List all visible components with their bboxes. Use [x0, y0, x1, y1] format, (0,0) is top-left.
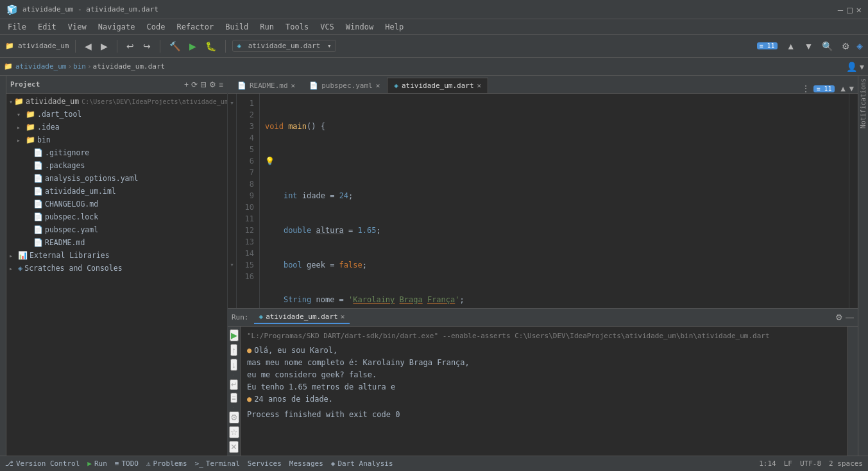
- toolbar-undo-btn[interactable]: ↩: [124, 40, 137, 53]
- run-status[interactable]: ▶ Run: [87, 459, 107, 468]
- tree-lock[interactable]: ▸ 📄 pubspec.lock: [6, 210, 227, 223]
- toolbar-search-btn[interactable]: 🔍: [819, 40, 835, 53]
- tree-idea[interactable]: ▸ 📁 .idea: [6, 121, 227, 133]
- menu-vcs[interactable]: VCS: [315, 21, 339, 33]
- problems-status[interactable]: ⚠ Problems: [146, 459, 187, 468]
- breadcrumb-file[interactable]: atividade_um.dart: [93, 62, 166, 71]
- bottom-settings-btn[interactable]: ⚙: [835, 313, 843, 322]
- iml-icon: 📄: [33, 187, 43, 196]
- tree-packages[interactable]: ▸ 📄 .packages: [6, 159, 227, 172]
- ln-4: 4: [239, 132, 254, 144]
- tab-main-close[interactable]: ✕: [477, 81, 482, 90]
- count-up[interactable]: ▲: [841, 84, 846, 93]
- terminal-status[interactable]: >_ Terminal: [195, 459, 240, 468]
- code-content[interactable]: void main() { 💡 int idade = 24; double a…: [260, 94, 849, 308]
- tree-bin[interactable]: ▸ 📁 bin: [6, 133, 227, 146]
- tab-pubspec[interactable]: 📄 pubspec.yaml ✕: [302, 78, 387, 93]
- toolbar-redo-btn[interactable]: ↪: [140, 40, 153, 53]
- analysis-icon: 📄: [33, 174, 43, 183]
- error-count-badge[interactable]: ≡ 11: [757, 42, 778, 49]
- tab-readme-close[interactable]: ✕: [291, 81, 296, 90]
- tree-external-libs[interactable]: ▸ 📊 External Libraries: [6, 249, 227, 262]
- toolbar-back-btn[interactable]: ◀: [82, 40, 94, 53]
- tree-readme[interactable]: ▸ 📄 README.md: [6, 236, 227, 249]
- toolbar-project-name: atividade_um: [18, 42, 69, 50]
- menu-help[interactable]: Help: [380, 21, 409, 33]
- toolbar-settings-btn[interactable]: ⚙: [839, 40, 853, 53]
- tree-changelog[interactable]: ▸ 📄 CHANGELOG.md: [6, 198, 227, 210]
- sidebar-sync-btn[interactable]: ⟳: [191, 80, 198, 89]
- menu-refactor[interactable]: Refactor: [171, 21, 219, 33]
- minimize-btn[interactable]: —: [838, 4, 843, 15]
- tree-iml[interactable]: ▸ 📄 atividade_um.iml: [6, 185, 227, 198]
- notifications-label[interactable]: Notifications: [860, 78, 867, 128]
- toolbar-forward-btn[interactable]: ▶: [98, 40, 110, 53]
- ln-10: 10: [239, 201, 254, 213]
- pubspec-icon: 📄: [33, 225, 43, 234]
- tab-readme[interactable]: 📄 README.md ✕: [230, 78, 302, 93]
- breadcrumb-bin[interactable]: bin: [73, 62, 86, 71]
- close-btn[interactable]: ✕: [856, 4, 862, 15]
- menu-code[interactable]: Code: [142, 21, 171, 33]
- vc-icon: ⎇: [5, 459, 13, 468]
- status-position[interactable]: 1:14: [759, 459, 776, 468]
- tab-bar-menu[interactable]: ⋮: [802, 84, 810, 93]
- menu-build[interactable]: Build: [220, 21, 253, 33]
- menu-navigate[interactable]: Navigate: [93, 21, 140, 33]
- sidebar-new-btn[interactable]: +: [184, 80, 189, 89]
- status-encoding[interactable]: UTF-8: [800, 459, 821, 468]
- menu-window[interactable]: Window: [341, 21, 379, 33]
- status-indent[interactable]: 2 spaces: [829, 459, 863, 468]
- run-config-selector[interactable]: ◈ atividade_um.dart ▾: [232, 40, 336, 52]
- console-wrap-btn[interactable]: ↵: [230, 379, 238, 390]
- tree-dart-tool[interactable]: ▾ 📁 .dart_tool: [6, 108, 227, 121]
- console-scroll-up[interactable]: ↑: [230, 344, 237, 356]
- status-lf[interactable]: LF: [784, 459, 792, 468]
- sidebar-collapse-btn[interactable]: ⊟: [200, 80, 207, 89]
- console-filter-btn[interactable]: ≡: [230, 393, 237, 403]
- tab-pubspec-close[interactable]: ✕: [376, 81, 380, 90]
- code-editor[interactable]: ▾ ▾ 1 2 3 4: [228, 94, 858, 308]
- toolbar-debug-btn[interactable]: 🐛: [203, 40, 219, 53]
- nav-profile-btn[interactable]: 👤 ▾: [846, 62, 864, 72]
- sidebar-settings-btn[interactable]: ⚙: [209, 80, 216, 89]
- sidebar-header: Project + ⟳ ⊟ ⚙ ≡: [6, 76, 227, 94]
- menu-view[interactable]: View: [63, 21, 92, 33]
- bottom-minimize-btn[interactable]: —: [846, 313, 854, 322]
- tree-gitignore[interactable]: ▸ 📄 .gitignore: [6, 146, 227, 159]
- toolbar-up-btn[interactable]: ▲: [784, 40, 798, 53]
- breadcrumb: atividade_um › bin › atividade_um.dart: [15, 62, 165, 71]
- vc-status[interactable]: ⎇ Version Control: [5, 459, 80, 468]
- toolbar: 📁 atividade_um ◀ ▶ ↩ ↪ 🔨 ▶ 🐛 ◈ atividade…: [0, 35, 868, 58]
- maximize-btn[interactable]: □: [847, 4, 852, 15]
- left-tool-strip: [0, 76, 6, 456]
- toolbar-build-btn[interactable]: 🔨: [167, 40, 183, 53]
- console-settings-btn2[interactable]: ⚙: [229, 411, 239, 424]
- menu-edit[interactable]: Edit: [33, 21, 62, 33]
- console-run-btn[interactable]: ▶: [230, 329, 239, 341]
- console-scroll-down[interactable]: ↓: [230, 359, 237, 371]
- services-status[interactable]: Services: [248, 459, 282, 468]
- bottom-tab-run[interactable]: ◈ atividade_um.dart ✕: [254, 311, 350, 324]
- tree-root[interactable]: ▾ 📁 atividade_um C:\Users\DEV\IdeaProjec…: [6, 95, 227, 108]
- sidebar-gear-btn[interactable]: ≡: [219, 80, 223, 89]
- toolbar-down-btn[interactable]: ▼: [802, 40, 816, 53]
- breadcrumb-project[interactable]: atividade_um: [15, 62, 66, 71]
- console-bookmark-btn[interactable]: ☆: [229, 426, 239, 438]
- ln-6: 6: [239, 155, 254, 167]
- tree-scratches[interactable]: ▸ ◈ Scratches and Consoles: [6, 262, 227, 275]
- tree-analysis[interactable]: ▸ 📄 analysis_options.yaml: [6, 172, 227, 185]
- toolbar-run-btn[interactable]: ▶: [187, 40, 199, 53]
- tab-main[interactable]: ◈ atividade_um.dart ✕: [387, 78, 488, 93]
- tree-pubspec[interactable]: ▸ 📄 pubspec.yaml: [6, 223, 227, 236]
- dart-analysis-status[interactable]: ◈ Dart Analysis: [331, 459, 393, 468]
- menu-run[interactable]: Run: [255, 21, 279, 33]
- messages-status[interactable]: Messages: [289, 459, 323, 468]
- menu-tools[interactable]: Tools: [280, 21, 314, 33]
- title-bar-controls[interactable]: — □ ✕: [838, 4, 862, 15]
- console-close-btn[interactable]: ✕: [229, 441, 239, 453]
- run-tab-close[interactable]: ✕: [341, 313, 345, 321]
- todo-status[interactable]: ≡ TODO: [115, 459, 139, 468]
- menu-file[interactable]: File: [3, 21, 31, 33]
- count-down[interactable]: ▼: [849, 84, 854, 93]
